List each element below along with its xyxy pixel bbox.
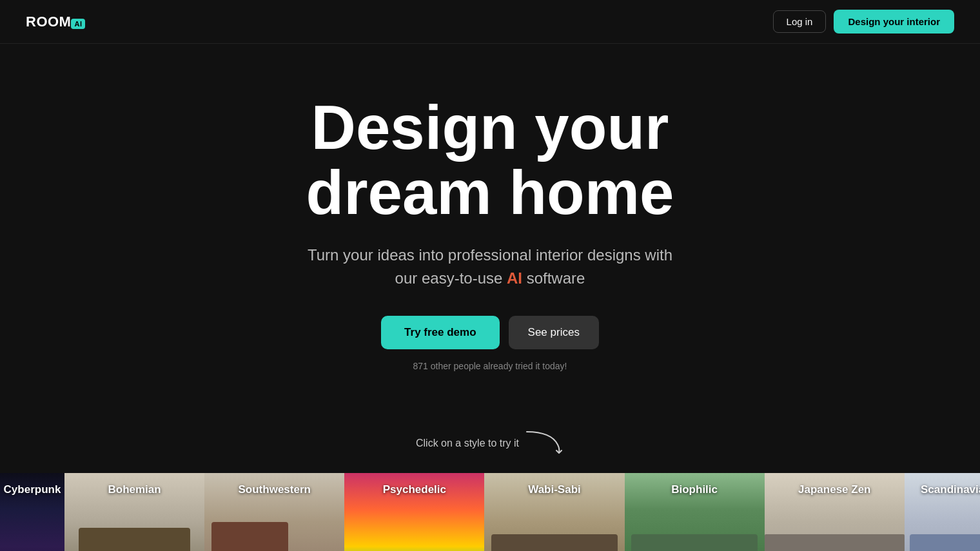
login-button[interactable]: Log in [773,10,827,33]
logo: ROOMAI [26,14,85,30]
style-card-bohemian[interactable]: Bohemian [64,473,204,551]
style-label-wabi-sabi: Wabi-Sabi [484,483,624,496]
style-card-psychedelic[interactable]: Psychedelic [344,473,484,551]
hero-title: Design your dream home [306,95,674,226]
logo-ai-badge: AI [71,19,85,29]
navbar: ROOMAI Log in Design your interior [0,0,980,44]
styles-section: Click on a style to try it Cyberpunk Boh… [0,410,980,551]
style-label-bohemian: Bohemian [64,483,204,496]
style-card-southwestern[interactable]: Southwestern [204,473,344,551]
style-card-wabi-sabi[interactable]: Wabi-Sabi [484,473,624,551]
hero-subtitle-ai: AI [507,269,522,287]
hero-subtitle-after-ai: software [522,269,585,287]
click-hint-text: Click on a style to try it [416,438,519,449]
style-card-cyberpunk[interactable]: Cyberpunk [0,473,64,551]
style-label-biophilic: Biophilic [625,483,765,496]
hero-subtitle: Turn your ideas into professional interi… [303,244,677,290]
style-label-psychedelic: Psychedelic [344,483,484,496]
hero-title-line1: Design your [311,93,669,162]
arrow-icon [525,429,564,458]
hero-subtitle-before-ai: Turn your ideas into professional interi… [308,246,672,287]
styles-carousel: Cyberpunk Bohemian Southwestern [0,473,980,551]
logo-room-text: ROOM [26,14,71,30]
nav-actions: Log in Design your interior [773,10,954,34]
style-label-scandinavian: Scandinavian [905,483,980,496]
hero-buttons: Try free demo See prices [381,316,599,349]
style-label-japanese-zen: Japanese Zen [765,483,905,496]
style-card-scandinavian[interactable]: Scandinavian [905,473,980,551]
hero-section: Design your dream home Turn your ideas i… [0,44,980,410]
design-interior-button[interactable]: Design your interior [834,10,954,34]
style-label-cyberpunk: Cyberpunk [0,483,64,496]
click-hint: Click on a style to try it [0,429,980,458]
style-label-southwestern: Southwestern [204,483,344,496]
see-prices-button[interactable]: See prices [509,316,599,349]
hero-title-line2: dream home [306,158,674,227]
logo-wordmark: ROOMAI [26,14,85,30]
social-proof-text: 871 other people already tried it today! [413,361,567,371]
style-card-japanese-zen[interactable]: Japanese Zen [765,473,905,551]
try-demo-button[interactable]: Try free demo [381,316,500,349]
style-card-biophilic[interactable]: Biophilic [625,473,765,551]
